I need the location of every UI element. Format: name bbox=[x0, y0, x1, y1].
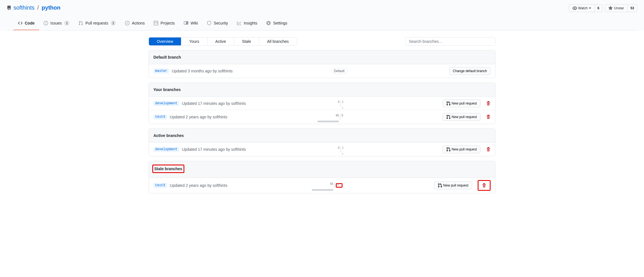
subnav-overview[interactable]: Overview bbox=[149, 37, 181, 45]
branch-name[interactable]: testX bbox=[153, 114, 167, 119]
behind-count: 0 bbox=[338, 146, 339, 149]
branch-update-text: Updated 17 minutes ago by softhints bbox=[182, 147, 246, 152]
ahead-count: 0 bbox=[341, 114, 343, 117]
delete-branch-button[interactable] bbox=[479, 181, 489, 189]
star-count[interactable]: 53 bbox=[628, 4, 637, 12]
separator: / bbox=[37, 5, 39, 11]
default-branch-box: Default branch master Updated 3 months a… bbox=[149, 50, 495, 78]
tab-pulls[interactable]: Pull requests 1 bbox=[74, 17, 120, 30]
watch-button[interactable]: Watch bbox=[569, 4, 595, 12]
caret-down-icon bbox=[589, 8, 591, 9]
branch-row: development Updated 17 minutes ago by so… bbox=[149, 143, 495, 156]
gear-icon bbox=[266, 21, 271, 25]
your-branches-header: Your branches bbox=[149, 83, 495, 97]
repo-icon bbox=[7, 6, 11, 10]
change-default-branch-button[interactable]: Change default branch bbox=[449, 67, 491, 75]
book-icon bbox=[184, 21, 188, 25]
delete-branch-button[interactable] bbox=[486, 101, 491, 106]
branch-compare: 0 1 bbox=[336, 100, 346, 107]
tab-settings-label: Settings bbox=[273, 19, 287, 27]
your-branches-box: Your branches development Updated 17 min… bbox=[149, 83, 495, 124]
ahead-count: 1 bbox=[342, 146, 344, 149]
behind-count: 65 bbox=[336, 114, 339, 117]
subnav-stale[interactable]: Stale bbox=[234, 37, 259, 45]
branch-row: testX Updated 2 years ago by softhints 6… bbox=[149, 178, 495, 193]
code-icon bbox=[18, 21, 23, 25]
default-branch-header: Default branch bbox=[149, 50, 495, 64]
tab-security-label: Security bbox=[214, 19, 228, 27]
branch-name[interactable]: master bbox=[153, 68, 169, 74]
issues-icon bbox=[44, 21, 48, 25]
branch-name[interactable]: development bbox=[153, 101, 179, 106]
tab-issues[interactable]: Issues 1 bbox=[39, 17, 74, 30]
repo-owner-link[interactable]: softhints bbox=[14, 5, 34, 11]
tab-security[interactable]: Security bbox=[202, 17, 232, 30]
new-pr-label: New pull request bbox=[443, 183, 468, 188]
subnav-all[interactable]: All branches bbox=[259, 37, 297, 45]
branch-subnav: Overview Yours Active Stale All branches bbox=[149, 37, 297, 46]
new-pull-request-button[interactable]: New pull request bbox=[442, 113, 480, 121]
new-pr-label: New pull request bbox=[452, 147, 477, 152]
ahead-count: 0 bbox=[337, 183, 339, 186]
unstar-button[interactable]: Unstar bbox=[605, 4, 627, 12]
graph-icon bbox=[237, 21, 242, 25]
new-pull-request-button[interactable]: New pull request bbox=[434, 181, 472, 189]
tab-settings[interactable]: Settings bbox=[262, 17, 292, 30]
branch-update-text: Updated 17 minutes ago by softhints bbox=[182, 101, 246, 106]
unstar-label: Unstar bbox=[614, 5, 624, 11]
subnav-yours[interactable]: Yours bbox=[181, 37, 207, 45]
branch-row-master: master Updated 3 months ago by softhints… bbox=[149, 64, 495, 78]
repo-title: softhints / python bbox=[7, 5, 637, 11]
tab-code-label: Code bbox=[25, 19, 35, 27]
shield-icon bbox=[207, 21, 211, 25]
pull-request-icon bbox=[79, 21, 83, 25]
stale-branches-box: Stale branches testX Updated 2 years ago… bbox=[149, 161, 495, 193]
new-pr-label: New pull request bbox=[452, 114, 477, 120]
branch-name[interactable]: testX bbox=[153, 183, 167, 188]
branch-compare: 65 0 bbox=[317, 114, 345, 120]
behind-count: 65 bbox=[330, 182, 333, 185]
active-branches-box: Active branches development Updated 17 m… bbox=[149, 128, 495, 156]
watch-label: Watch bbox=[578, 5, 588, 11]
branch-update-text: Updated 2 years ago by softhints bbox=[170, 115, 227, 119]
tab-insights-label: Insights bbox=[244, 19, 257, 27]
branch-update-text: Updated 3 months ago by softhints bbox=[172, 69, 232, 73]
active-branches-header: Active branches bbox=[149, 129, 495, 143]
repo-name-link[interactable]: python bbox=[42, 5, 61, 11]
pulls-count: 1 bbox=[110, 21, 116, 26]
play-icon bbox=[125, 21, 129, 25]
delete-branch-button[interactable] bbox=[486, 115, 491, 119]
tab-wiki-label: Wiki bbox=[191, 19, 198, 27]
tab-projects-label: Projects bbox=[160, 19, 175, 27]
delete-branch-button[interactable] bbox=[486, 147, 491, 152]
tab-issues-label: Issues bbox=[50, 19, 62, 27]
tab-wiki[interactable]: Wiki bbox=[179, 17, 202, 30]
tab-actions-label: Actions bbox=[132, 19, 145, 27]
tab-pulls-label: Pull requests bbox=[85, 19, 108, 27]
branch-update-text: Updated 2 years ago by softhints bbox=[170, 183, 227, 188]
branch-row: testX Updated 2 years ago by softhints 6… bbox=[149, 110, 495, 124]
default-label: Default bbox=[331, 68, 348, 74]
subnav-active[interactable]: Active bbox=[207, 37, 234, 45]
stale-branches-header-wrap: Stale branches bbox=[149, 161, 495, 178]
tab-projects[interactable]: Projects bbox=[149, 17, 179, 30]
ahead-count: 1 bbox=[342, 100, 344, 103]
branch-compare: 65 0 bbox=[312, 182, 343, 189]
tab-actions[interactable]: Actions bbox=[120, 17, 149, 30]
branch-compare: 0 1 bbox=[336, 146, 346, 152]
new-pull-request-button[interactable]: New pull request bbox=[442, 145, 480, 153]
new-pr-label: New pull request bbox=[452, 101, 477, 106]
project-icon bbox=[154, 21, 158, 25]
tab-code[interactable]: Code bbox=[14, 17, 39, 30]
watch-count[interactable]: 6 bbox=[595, 4, 603, 12]
new-pull-request-button[interactable]: New pull request bbox=[442, 99, 480, 107]
stale-branches-header: Stale branches bbox=[154, 167, 182, 171]
tab-insights[interactable]: Insights bbox=[232, 17, 262, 30]
repo-nav: Code Issues 1 Pull requests 1 Actions Pr… bbox=[7, 17, 637, 30]
branch-row: development Updated 17 minutes ago by so… bbox=[149, 97, 495, 110]
branch-name[interactable]: development bbox=[153, 147, 179, 152]
search-input[interactable] bbox=[405, 37, 495, 46]
behind-count: 0 bbox=[338, 100, 339, 103]
issues-count: 1 bbox=[64, 21, 70, 26]
